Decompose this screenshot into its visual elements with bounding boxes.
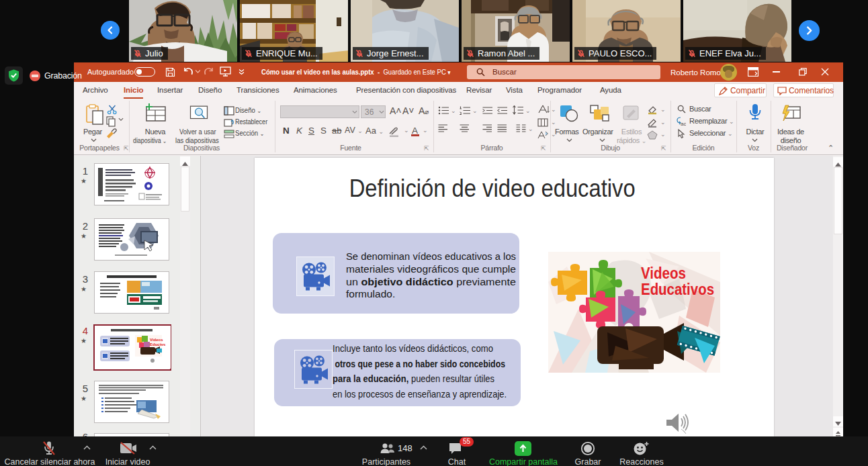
- svg-text:Educativos: Educativos: [641, 280, 714, 298]
- svg-text:Eductvs: Eductvs: [150, 342, 166, 346]
- svg-text:Videos: Videos: [150, 338, 163, 342]
- svg-text:ac: ac: [681, 121, 686, 126]
- svg-text:Videos: Videos: [641, 264, 686, 282]
